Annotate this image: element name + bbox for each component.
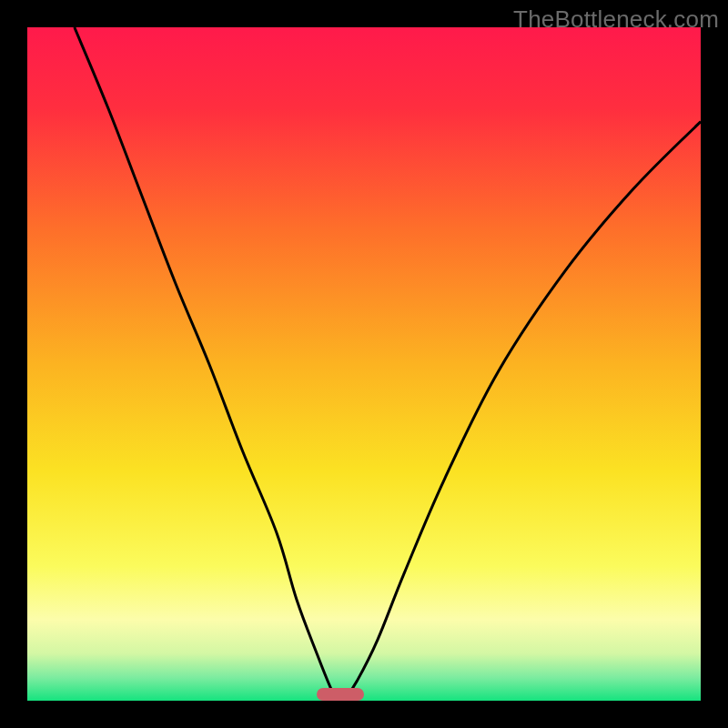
curve-right [344,122,701,701]
bottleneck-curves [27,27,701,701]
chart-frame: TheBottleneck.com [0,0,728,728]
optimal-range-marker [317,688,364,701]
plot-area [27,27,701,701]
watermark-text: TheBottleneck.com [513,5,719,34]
curve-left [75,27,338,701]
